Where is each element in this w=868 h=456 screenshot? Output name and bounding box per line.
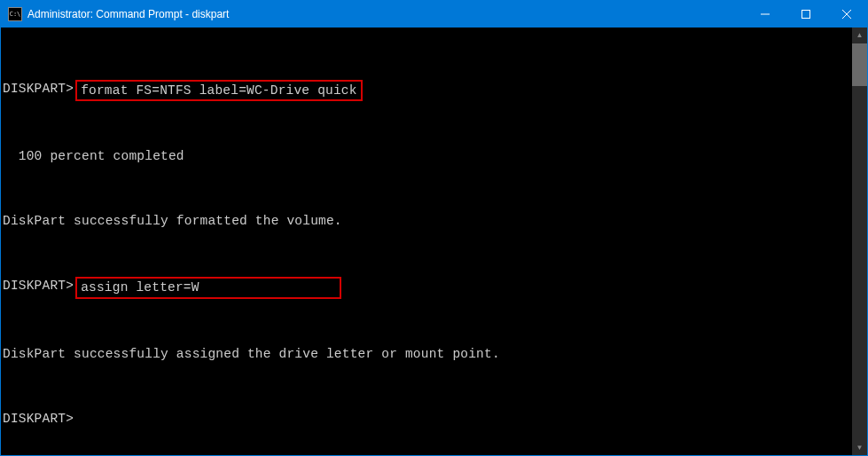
titlebar[interactable]: C:\ Administrator: Command Prompt - disk… bbox=[1, 1, 867, 28]
window-controls bbox=[745, 1, 867, 28]
scroll-thumb[interactable] bbox=[852, 43, 867, 86]
minimize-button[interactable] bbox=[745, 1, 786, 28]
highlighted-command: format FS=NTFS label=WC-Drive quick bbox=[75, 80, 363, 101]
maximize-button[interactable] bbox=[786, 1, 826, 28]
terminal-content: DISKPART>format FS=NTFS label=WC-Drive q… bbox=[1, 28, 867, 455]
app-icon: C:\ bbox=[8, 7, 22, 21]
terminal-line: DISKPART> bbox=[3, 410, 867, 428]
cmd-window: C:\ Administrator: Command Prompt - disk… bbox=[0, 0, 868, 456]
terminal-output: DiskPart successfully formatted the volu… bbox=[3, 212, 342, 230]
close-icon bbox=[842, 10, 851, 19]
window-title: Administrator: Command Prompt - diskpart bbox=[27, 8, 745, 20]
terminal-line: DISKPART>assign letter=W bbox=[3, 277, 867, 298]
vertical-scrollbar[interactable]: ▲ ▼ bbox=[852, 28, 867, 455]
terminal-line: DiskPart successfully assigned the drive… bbox=[3, 345, 867, 363]
terminal-line: 100 percent completed bbox=[3, 147, 867, 165]
scroll-up-arrow-icon[interactable]: ▲ bbox=[852, 28, 867, 43]
minimize-icon bbox=[761, 10, 770, 19]
terminal-line: DISKPART>format FS=NTFS label=WC-Drive q… bbox=[3, 80, 867, 101]
scroll-down-arrow-icon[interactable]: ▼ bbox=[852, 440, 867, 455]
terminal-output: DiskPart successfully assigned the drive… bbox=[3, 345, 500, 363]
prompt: DISKPART> bbox=[3, 80, 74, 101]
highlighted-command: assign letter=W bbox=[75, 277, 341, 298]
maximize-icon bbox=[802, 10, 810, 19]
close-button[interactable] bbox=[826, 1, 867, 28]
svg-rect-1 bbox=[802, 11, 810, 19]
terminal-line: DiskPart successfully formatted the volu… bbox=[3, 212, 867, 230]
prompt: DISKPART> bbox=[3, 410, 74, 428]
terminal-output: 100 percent completed bbox=[3, 147, 184, 165]
terminal-area[interactable]: DISKPART>format FS=NTFS label=WC-Drive q… bbox=[1, 28, 867, 455]
prompt: DISKPART> bbox=[3, 277, 74, 298]
